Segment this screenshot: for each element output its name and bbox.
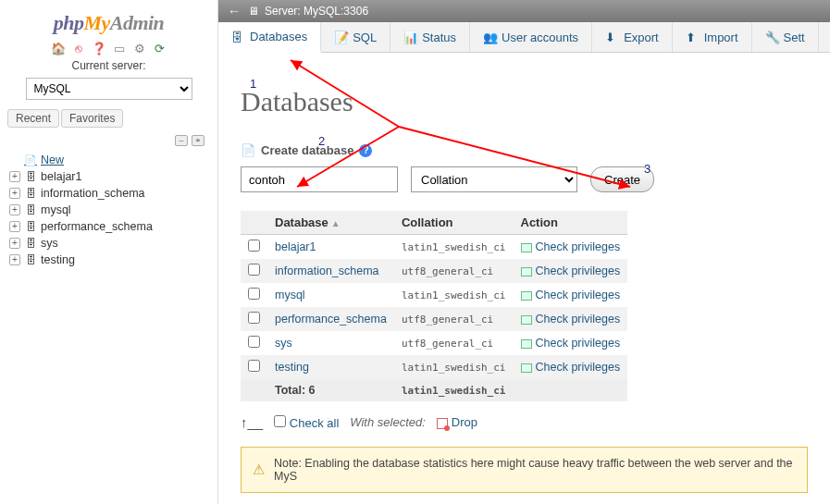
- sql-icon[interactable]: ▭: [112, 41, 127, 55]
- server-icon: 🖥: [248, 5, 259, 18]
- privileges-icon: [521, 363, 532, 373]
- tree-new[interactable]: 📄 New: [9, 152, 212, 168]
- logout-icon[interactable]: ⎋: [71, 41, 86, 55]
- tree-db[interactable]: + 🗄 testing: [9, 252, 212, 268]
- tab-settings[interactable]: 🔧Sett: [752, 22, 819, 52]
- docs-icon[interactable]: ❓: [92, 41, 106, 55]
- tab-databases[interactable]: 🗄Databases: [218, 22, 321, 53]
- db-collation: latin1_swedish_ci: [394, 355, 514, 379]
- privileges-icon: [521, 291, 532, 301]
- table-row: belajar1latin1_swedish_ciCheck privilege…: [241, 235, 627, 260]
- drop-action[interactable]: Drop: [437, 415, 477, 429]
- database-icon: 🗄: [231, 31, 244, 43]
- import-icon: ⬆: [686, 31, 699, 43]
- db-link[interactable]: mysql: [267, 283, 394, 307]
- stats-warning: ⚠ Note: Enabling the database statistics…: [241, 447, 808, 493]
- check-privileges-link[interactable]: Check privileges: [514, 259, 628, 283]
- tree-db[interactable]: + 🗄 performance_schema: [9, 218, 212, 235]
- drop-icon: [437, 418, 448, 429]
- db-tree: 📄 New + 🗄 belajar1 + 🗄 information_schem…: [6, 152, 212, 268]
- expand-icon[interactable]: +: [9, 204, 20, 215]
- warning-icon: ⚠: [253, 461, 265, 478]
- database-icon: 🗄: [24, 253, 37, 266]
- main-panel: ← 🖥 Server: MySQL:3306 🗄Databases 📝SQL 📊…: [218, 0, 830, 504]
- users-icon: 👥: [483, 31, 496, 43]
- db-link[interactable]: testing: [267, 355, 394, 379]
- tree-db[interactable]: + 🗄 information_schema: [9, 185, 212, 202]
- table-row: mysqllatin1_swedish_ciCheck privileges: [241, 283, 627, 307]
- top-nav: 🗄Databases 📝SQL 📊Status 👥User accounts ⬇…: [218, 22, 830, 53]
- tab-import[interactable]: ⬆Import: [673, 22, 752, 52]
- with-selected-label: With selected:: [350, 415, 426, 429]
- database-icon: 🗄: [24, 220, 37, 233]
- check-all-checkbox[interactable]: [274, 415, 286, 427]
- tree-db[interactable]: + 🗄 mysql: [9, 202, 212, 218]
- help-icon[interactable]: ?: [359, 144, 372, 157]
- row-checkbox[interactable]: [248, 336, 260, 348]
- gear-icon[interactable]: ⚙: [132, 41, 147, 55]
- current-server-label: Current server:: [6, 59, 212, 72]
- content: Databases 📄 Create database ? Collation …: [218, 53, 830, 504]
- db-link[interactable]: belajar1: [267, 235, 394, 260]
- database-icon: 🗄: [24, 170, 37, 183]
- link-icon[interactable]: ⚭: [192, 135, 204, 146]
- new-db-icon: 📄: [24, 154, 37, 166]
- database-icon: 🗄: [24, 237, 37, 250]
- logo: phpMyAdmin: [6, 11, 212, 35]
- page-title: Databases: [241, 86, 808, 117]
- expand-icon[interactable]: +: [9, 188, 20, 199]
- row-checkbox[interactable]: [248, 312, 260, 324]
- collapse-all-icon[interactable]: –: [175, 135, 188, 146]
- tree-db[interactable]: + 🗄 belajar1: [9, 168, 212, 185]
- expand-icon[interactable]: +: [9, 171, 20, 182]
- reload-icon[interactable]: ⟳: [153, 41, 167, 55]
- db-link[interactable]: sys: [267, 331, 394, 355]
- row-checkbox[interactable]: [248, 360, 260, 372]
- col-database[interactable]: Database▲: [267, 211, 394, 235]
- check-privileges-link[interactable]: Check privileges: [514, 355, 628, 379]
- db-link[interactable]: performance_schema: [267, 307, 394, 331]
- expand-icon[interactable]: +: [9, 221, 20, 232]
- row-checkbox[interactable]: [248, 264, 260, 276]
- row-checkbox[interactable]: [248, 240, 260, 252]
- breadcrumb-server[interactable]: Server: MySQL:3306: [265, 5, 368, 18]
- privileges-icon: [521, 339, 532, 349]
- new-db-icon: 📄: [241, 143, 255, 157]
- favorites-tab[interactable]: Favorites: [61, 109, 123, 128]
- row-checkbox[interactable]: [248, 288, 260, 300]
- col-collation[interactable]: Collation: [394, 211, 514, 235]
- check-privileges-link[interactable]: Check privileges: [514, 307, 628, 331]
- db-link[interactable]: information_schema: [267, 259, 394, 283]
- db-collation: latin1_swedish_ci: [394, 235, 514, 260]
- check-privileges-link[interactable]: Check privileges: [514, 283, 628, 307]
- sql-icon: 📝: [334, 31, 347, 43]
- privileges-icon: [521, 315, 532, 325]
- recent-tab[interactable]: Recent: [7, 109, 59, 128]
- tab-users[interactable]: 👥User accounts: [470, 22, 592, 52]
- check-all[interactable]: Check all: [274, 415, 339, 430]
- tab-export[interactable]: ⬇Export: [592, 22, 673, 52]
- export-icon: ⬇: [605, 31, 618, 43]
- expand-icon[interactable]: +: [9, 238, 20, 249]
- db-collation: latin1_swedish_ci: [394, 283, 514, 307]
- home-icon[interactable]: 🏠: [51, 41, 66, 55]
- wrench-icon: 🔧: [765, 31, 778, 43]
- tree-db[interactable]: + 🗄 sys: [9, 235, 212, 252]
- back-icon[interactable]: ←: [228, 4, 241, 18]
- check-privileges-link[interactable]: Check privileges: [514, 235, 628, 260]
- col-action: Action: [514, 211, 628, 235]
- new-db-name-input[interactable]: [241, 166, 398, 192]
- create-button[interactable]: Create: [590, 166, 654, 192]
- server-select[interactable]: MySQL: [26, 78, 192, 100]
- table-total: Total: 6: [267, 379, 394, 401]
- database-icon: 🗄: [24, 187, 37, 200]
- tab-sql[interactable]: 📝SQL: [321, 22, 390, 52]
- db-table: Database▲ Collation Action belajar1latin…: [241, 211, 627, 401]
- table-row: performance_schemautf8_general_ciCheck p…: [241, 307, 627, 331]
- tab-status[interactable]: 📊Status: [390, 22, 470, 52]
- status-icon: 📊: [403, 31, 416, 43]
- database-icon: 🗄: [24, 203, 37, 216]
- expand-icon[interactable]: +: [9, 254, 20, 265]
- check-privileges-link[interactable]: Check privileges: [514, 331, 628, 355]
- collation-select[interactable]: Collation: [411, 166, 577, 192]
